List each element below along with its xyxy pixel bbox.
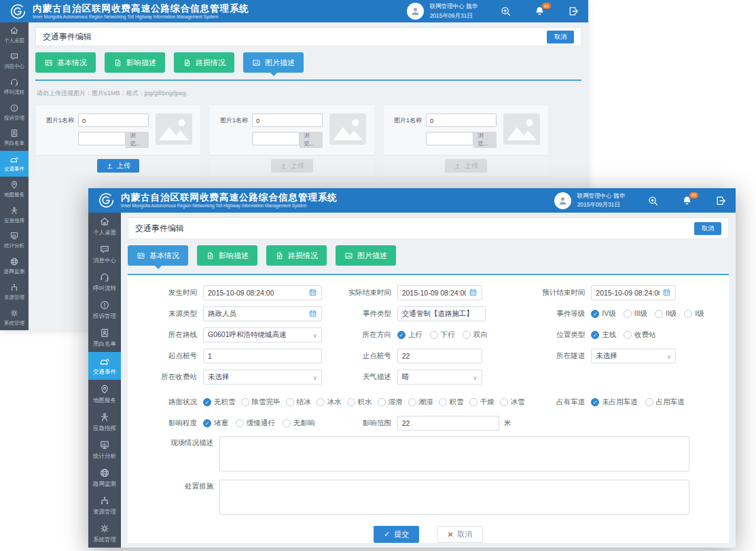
calendar-icon[interactable] xyxy=(308,288,317,297)
calendar-icon[interactable] xyxy=(662,288,671,297)
browse-button[interactable]: 浏览... xyxy=(473,132,497,148)
radio-option[interactable]: 无影响 xyxy=(283,419,315,428)
radio-option[interactable]: 缓慢通行 xyxy=(236,419,275,428)
file-path-input[interactable] xyxy=(252,132,300,145)
image-name-input[interactable] xyxy=(426,113,497,127)
radio-option[interactable]: 积水 xyxy=(347,397,372,407)
app-logo-icon xyxy=(97,192,115,209)
tunnel-select[interactable]: 未选择 xyxy=(591,349,676,363)
impact-range-input[interactable] xyxy=(397,416,499,431)
radio-option[interactable]: 占用车道 xyxy=(645,397,685,407)
user-avatar[interactable] xyxy=(554,192,571,209)
tab-doc[interactable]: 影响描述 xyxy=(105,52,165,73)
tab-doc2[interactable]: 路损情况 xyxy=(174,52,234,73)
calendar-icon[interactable] xyxy=(308,309,317,318)
image-name-input[interactable] xyxy=(78,113,149,127)
search-icon[interactable] xyxy=(647,195,659,207)
sidebar-item-home[interactable]: 个人桌面 xyxy=(88,213,121,241)
radio-option[interactable]: 除雪完毕 xyxy=(241,397,281,407)
weather-select[interactable]: 晴 xyxy=(397,370,482,385)
sidebar-item-home[interactable]: 个人桌面 xyxy=(0,22,29,48)
sidebar-item-message[interactable]: 消息中心 xyxy=(0,48,29,74)
radio-option[interactable]: IV级 xyxy=(591,309,615,319)
radio-option[interactable]: 湿滑 xyxy=(378,397,403,407)
radio-option[interactable]: I级 xyxy=(684,309,704,319)
sidebar-item-network[interactable]: 路网监测 xyxy=(88,464,121,492)
disposal-measures-textarea[interactable] xyxy=(219,480,689,515)
sidebar-item-traffic[interactable]: 交通事件 xyxy=(88,352,121,380)
bell-icon[interactable]: 01 xyxy=(534,5,545,17)
tab-card[interactable]: 基本情况 xyxy=(128,245,188,266)
sidebar-item-message[interactable]: 消息中心 xyxy=(88,241,121,268)
tab-card[interactable]: 基本情况 xyxy=(35,52,96,73)
browse-button[interactable]: 浏览... xyxy=(300,132,323,148)
toll-station-select[interactable]: 未选择 xyxy=(203,370,322,385)
radio-option[interactable]: 未占用车道 xyxy=(591,397,638,407)
radio-option[interactable]: 堵塞 xyxy=(203,419,228,428)
calendar-icon[interactable] xyxy=(469,288,478,297)
radio-option[interactable]: III级 xyxy=(624,309,647,319)
logout-icon[interactable] xyxy=(715,195,727,207)
sidebar-item-command[interactable]: 应急指挥 xyxy=(88,408,121,436)
tab-image[interactable]: 图片描述 xyxy=(336,245,396,266)
sidebar-item-contacts[interactable]: 黑白名单 xyxy=(0,125,29,151)
scene-description-textarea[interactable] xyxy=(219,436,689,472)
radio-option[interactable]: 干燥 xyxy=(469,397,494,407)
sidebar-item-network[interactable]: 路网监测 xyxy=(0,253,29,279)
cancel-button-bottom[interactable]: 取消 xyxy=(437,526,483,543)
occur-time-input[interactable]: 2015-10-09 08:24:00 xyxy=(203,285,322,300)
sidebar-item-contacts[interactable]: 黑白名单 xyxy=(88,324,121,352)
file-path-input[interactable] xyxy=(426,132,473,145)
tab-doc2[interactable]: 路损情况 xyxy=(266,245,327,266)
sidebar-item-headset[interactable]: 呼叫流转 xyxy=(88,268,121,296)
image-name-input[interactable] xyxy=(252,113,323,127)
event-type-input[interactable] xyxy=(397,306,486,321)
radio-option[interactable]: 冰水 xyxy=(317,397,342,407)
radio-option[interactable]: 无积雪 xyxy=(203,397,236,407)
sidebar-item-resource[interactable]: 资源管理 xyxy=(0,279,29,305)
radio-option[interactable]: 主线 xyxy=(591,330,616,340)
route-select[interactable]: G0601呼和浩特绕城高速 xyxy=(203,327,322,342)
sidebar-item-stats[interactable]: 统计分析 xyxy=(0,228,29,253)
radio-option[interactable]: 上行 xyxy=(397,330,422,340)
sidebar-item-map[interactable]: 地图服务 xyxy=(88,380,121,408)
end-stake-input[interactable] xyxy=(397,349,482,363)
cancel-button-top[interactable]: 取消 xyxy=(694,222,721,235)
cancel-button-top[interactable]: 取消 xyxy=(547,31,574,43)
tab-image[interactable]: 图片描述 xyxy=(243,52,304,73)
upload-button[interactable]: 上传 xyxy=(271,159,313,173)
bell-icon[interactable]: 01 xyxy=(681,195,693,207)
radio-option[interactable]: II级 xyxy=(655,309,677,319)
tab-doc[interactable]: 影响描述 xyxy=(197,245,257,266)
search-icon[interactable] xyxy=(500,5,511,17)
sidebar-item-complaint[interactable]: 投诉管理 xyxy=(88,296,121,324)
expected-end-time-input[interactable]: 2015-10-09 08:24:00 xyxy=(591,285,676,300)
sidebar-item-system[interactable]: 系统管理 xyxy=(88,520,121,548)
browse-button[interactable]: 浏览... xyxy=(126,132,149,148)
upload-button[interactable]: 上传 xyxy=(445,159,487,173)
actual-end-time-input[interactable]: 2015-10-09 08:24:00 xyxy=(397,285,482,300)
sidebar-item-command[interactable]: 应急指挥 xyxy=(0,202,29,228)
radio-option[interactable]: 双向 xyxy=(463,330,488,340)
sidebar-item-system[interactable]: 系统管理 xyxy=(0,304,29,330)
sidebar-item-headset[interactable]: 呼叫流转 xyxy=(0,74,29,100)
radio-option[interactable]: 下行 xyxy=(430,330,455,340)
upload-button[interactable]: 上传 xyxy=(97,159,139,173)
radio-dot-icon xyxy=(408,398,416,406)
start-stake-input[interactable] xyxy=(203,349,322,363)
radio-option[interactable]: 收费站 xyxy=(624,330,656,340)
radio-option[interactable]: 积雪 xyxy=(439,397,464,407)
file-path-input[interactable] xyxy=(78,132,126,145)
source-type-input[interactable]: 路政人员 xyxy=(203,306,322,321)
radio-option[interactable]: 冰雪 xyxy=(500,397,525,407)
user-avatar[interactable] xyxy=(407,3,424,20)
sidebar-item-traffic[interactable]: 交通事件 xyxy=(0,151,29,177)
sidebar-item-complaint[interactable]: 投诉管理 xyxy=(0,99,29,125)
sidebar-item-stats[interactable]: 统计分析 xyxy=(88,436,121,464)
radio-option[interactable]: 潮湿 xyxy=(408,397,433,407)
radio-option[interactable]: 结冰 xyxy=(286,397,311,407)
logout-icon[interactable] xyxy=(568,5,579,17)
sidebar-item-resource[interactable]: 资源管理 xyxy=(88,492,121,520)
submit-button[interactable]: 提交 xyxy=(374,526,419,543)
sidebar-item-map[interactable]: 地图服务 xyxy=(0,177,29,202)
